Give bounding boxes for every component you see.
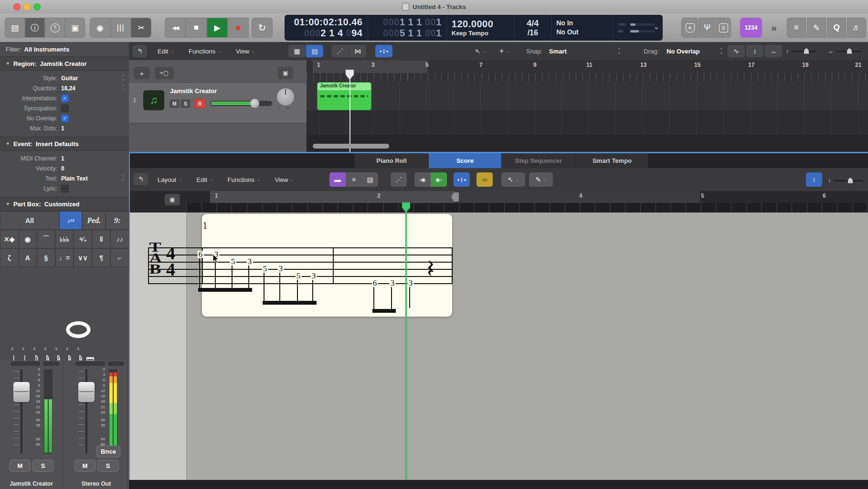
minimize-window-button[interactable] <box>23 3 31 11</box>
track-list-view-button[interactable]: ▤ <box>306 45 323 57</box>
all-parts-button[interactable]: All <box>0 211 59 230</box>
automation-button[interactable]: ⋰ <box>331 45 349 57</box>
close-window-button[interactable] <box>13 3 21 11</box>
inspector-row[interactable]: Quantize: 16,24 ✓ ⌃⌄ <box>0 83 129 93</box>
channel-strip-name[interactable]: Jamstik Creator <box>0 480 63 487</box>
tab-note[interactable]: 5 <box>262 265 268 272</box>
text-icon[interactable]: A <box>19 248 37 267</box>
track-icon[interactable]: ♫ <box>143 90 164 110</box>
accent-icon[interactable]: ∨∨ <box>74 248 92 267</box>
score-back-button[interactable]: ↰ <box>134 173 148 185</box>
score-page[interactable] <box>202 214 452 317</box>
tab-note[interactable]: 3 <box>390 279 396 287</box>
inspector-row[interactable]: Text: Plain Text ✓ ⌃⌄ <box>0 173 129 183</box>
checkbox[interactable]: ✓ <box>61 105 69 112</box>
inspector-row[interactable]: No Overlap: ✓ ⌃⌄ <box>0 113 129 123</box>
rest-icon[interactable]: ζ <box>0 248 19 267</box>
inspector-row[interactable]: Style: Guitar ✓ ⌃⌄ <box>0 73 129 83</box>
inspector-button[interactable]: ⓘ <box>25 18 45 38</box>
quarter-rest-icon[interactable] <box>426 260 437 281</box>
stepper-icon[interactable]: ⌃⌄ <box>121 176 125 181</box>
smart-controls-button[interactable]: ◉ <box>90 18 110 38</box>
mute-button[interactable]: M <box>10 460 31 472</box>
midi-region[interactable]: Jamstik Creator <box>317 82 371 110</box>
lcd-display[interactable]: 01:00:02:10.46 0002 1 4 094 0001 1 1 001… <box>285 15 663 41</box>
menu-item[interactable]: Functions⌄ <box>189 48 222 55</box>
duplicate-track-button[interactable]: +▢ <box>155 67 174 79</box>
slur-icon[interactable]: ⌒ <box>37 230 55 248</box>
inspector-row[interactable]: Interpretation: ✓ ⌃⌄ <box>0 93 129 103</box>
link-button[interactable]: ∞ <box>476 172 493 187</box>
pan-knob[interactable] <box>277 88 294 106</box>
add-track-button[interactable]: + <box>134 67 150 79</box>
tab-note[interactable]: 6 <box>372 279 378 287</box>
solo-mode-button[interactable]: S <box>716 18 731 38</box>
grid-view-button[interactable]: ▦ <box>288 45 306 57</box>
single-line-view-button[interactable]: ▬ <box>329 172 346 187</box>
notehead-icon[interactable]: ✕◆ <box>0 230 19 248</box>
toolbar-overflow-button[interactable]: » <box>768 18 780 38</box>
inspector-row[interactable]: Velocity: 0 ✓ ⌃⌄ <box>0 163 129 173</box>
catch-playhead-button[interactable]: ▸❙◂ <box>375 45 392 57</box>
track-name[interactable]: Jamstik Creator <box>170 87 217 95</box>
track-header-options-button[interactable]: ▣ <box>278 67 293 79</box>
filter-row[interactable]: Filter: All Instruments <box>0 42 129 57</box>
lcd-options-chevron-icon[interactable]: ⌄ <box>654 23 659 31</box>
score-auto-zoom-button[interactable]: ↕ <box>806 172 822 187</box>
slider-thumb[interactable] <box>847 48 852 54</box>
loop-browser-button[interactable]: Q <box>827 18 846 38</box>
inspector-row[interactable]: Lyric: ✓ ⌃⌄ <box>0 183 129 193</box>
count-in-button[interactable]: 1234 <box>740 18 762 38</box>
stop-button[interactable]: ■ <box>186 18 207 38</box>
horizontal-zoom-slider[interactable]: ↔ <box>828 48 861 54</box>
horizontal-scrollbar[interactable] <box>313 144 389 149</box>
library-button[interactable]: ▤ <box>5 18 25 38</box>
disclosure-triangle-icon[interactable]: ▼ <box>6 141 10 146</box>
checkbox[interactable]: ✓ <box>61 95 69 102</box>
region-section-header[interactable]: ▼ Region: Jamstik Creator <box>0 57 129 71</box>
mixer-button[interactable]: ||| <box>110 18 131 38</box>
cycle-button[interactable]: ↻ <box>252 18 273 38</box>
track-volume-slider[interactable] <box>210 101 272 106</box>
waveform-zoom-button[interactable]: ∿ <box>728 45 745 57</box>
bass-clef-icon[interactable]: 9: <box>106 211 129 230</box>
arrange-back-button[interactable]: ↰ <box>133 45 147 57</box>
partbox-section-header[interactable]: ▼ Part Box: Customized <box>0 197 129 211</box>
editors-button[interactable]: ✂ <box>131 18 151 38</box>
rewind-button[interactable]: ◀◀ <box>165 18 186 38</box>
slider-thumb[interactable] <box>848 178 853 183</box>
lcd-signature[interactable]: 4/4 /16 <box>514 15 551 41</box>
tab-note[interactable]: 5 <box>296 272 302 279</box>
toolbar-toggle-button[interactable]: ▣ <box>65 18 85 38</box>
volume-fader[interactable] <box>13 382 30 402</box>
vertical-zoom-slider[interactable]: ↕ <box>786 48 816 54</box>
play-button[interactable]: ▶ <box>207 18 228 38</box>
quick-help-button[interactable]: ? <box>45 18 65 38</box>
repeat-barline-icon[interactable]: ‖ <box>92 230 111 248</box>
inspector-row[interactable]: MIDI Channel: 1 ✓ ⌃⌄ <box>0 153 129 163</box>
channel-strip-name[interactable]: Stereo Out <box>65 480 127 487</box>
lcd-locators[interactable]: 0001 1 1 001 0005 1 1 001 <box>368 15 447 41</box>
editor-tab[interactable]: Score <box>428 153 502 168</box>
list-editors-button[interactable]: ≡ <box>787 18 806 38</box>
fermata-icon[interactable]: ◉ <box>19 230 37 248</box>
tab-note[interactable]: 3 <box>247 258 253 265</box>
time-signature-icon[interactable]: ⁴⁄₄ <box>74 230 92 248</box>
menu-item[interactable]: View⌄ <box>275 176 294 183</box>
master-mute-button[interactable]: ✕ <box>681 18 699 38</box>
solo-button[interactable]: S <box>97 460 118 472</box>
disclosure-triangle-icon[interactable]: ▼ <box>6 202 10 206</box>
pedal-mark-icon[interactable]: ¶ <box>92 248 111 267</box>
midi-out-button[interactable]: ◉› <box>431 172 447 187</box>
checkbox[interactable]: ✓ <box>61 185 69 192</box>
score-display-options-button[interactable]: ▣ <box>165 194 180 205</box>
disclosure-triangle-icon[interactable]: ▼ <box>6 61 10 66</box>
midi-in-button[interactable]: ›◉ <box>414 172 431 187</box>
note-pads-button[interactable]: ✎ <box>807 18 826 38</box>
note-attributes-icon[interactable]: ♪13 <box>59 211 83 230</box>
tempo-mode[interactable]: Keep Tempo <box>452 30 509 37</box>
track-solo-button[interactable]: S <box>180 99 191 108</box>
left-click-tool-menu[interactable]: ↖⌄ <box>475 45 486 57</box>
tab-note[interactable]: 3 <box>311 272 317 279</box>
lcd-midi-io[interactable]: No In No Out <box>551 15 613 41</box>
